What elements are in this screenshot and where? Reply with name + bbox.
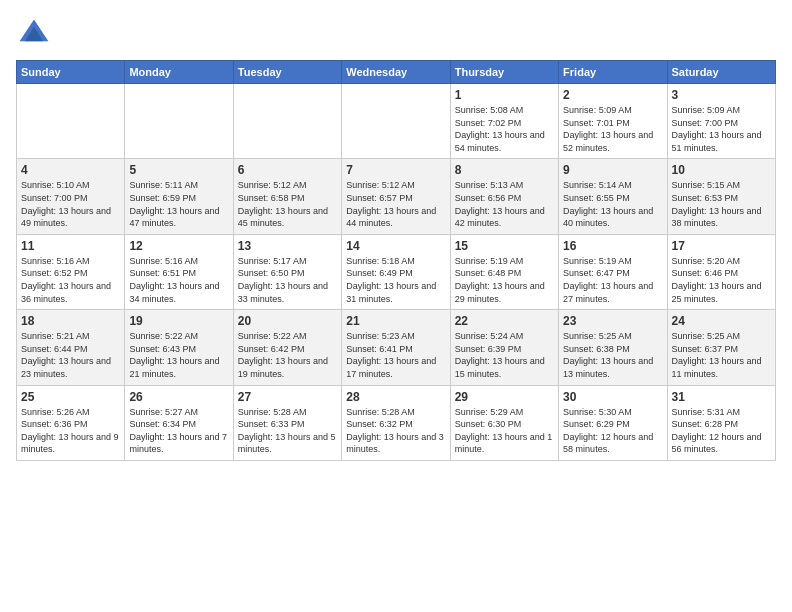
calendar-cell: 28Sunrise: 5:28 AM Sunset: 6:32 PM Dayli… <box>342 385 450 460</box>
day-info: Sunrise: 5:09 AM Sunset: 7:01 PM Dayligh… <box>563 104 662 154</box>
day-info: Sunrise: 5:17 AM Sunset: 6:50 PM Dayligh… <box>238 255 337 305</box>
calendar-cell: 22Sunrise: 5:24 AM Sunset: 6:39 PM Dayli… <box>450 310 558 385</box>
calendar-cell <box>17 84 125 159</box>
day-number: 8 <box>455 163 554 177</box>
logo-icon <box>16 16 52 52</box>
calendar-week-3: 11Sunrise: 5:16 AM Sunset: 6:52 PM Dayli… <box>17 234 776 309</box>
day-number: 7 <box>346 163 445 177</box>
calendar-cell: 24Sunrise: 5:25 AM Sunset: 6:37 PM Dayli… <box>667 310 775 385</box>
day-info: Sunrise: 5:15 AM Sunset: 6:53 PM Dayligh… <box>672 179 771 229</box>
calendar-cell: 18Sunrise: 5:21 AM Sunset: 6:44 PM Dayli… <box>17 310 125 385</box>
calendar-week-2: 4Sunrise: 5:10 AM Sunset: 7:00 PM Daylig… <box>17 159 776 234</box>
day-info: Sunrise: 5:30 AM Sunset: 6:29 PM Dayligh… <box>563 406 662 456</box>
calendar-cell: 4Sunrise: 5:10 AM Sunset: 7:00 PM Daylig… <box>17 159 125 234</box>
calendar-week-1: 1Sunrise: 5:08 AM Sunset: 7:02 PM Daylig… <box>17 84 776 159</box>
day-info: Sunrise: 5:28 AM Sunset: 6:33 PM Dayligh… <box>238 406 337 456</box>
day-number: 31 <box>672 390 771 404</box>
day-header-tuesday: Tuesday <box>233 61 341 84</box>
calendar-cell: 31Sunrise: 5:31 AM Sunset: 6:28 PM Dayli… <box>667 385 775 460</box>
day-info: Sunrise: 5:19 AM Sunset: 6:47 PM Dayligh… <box>563 255 662 305</box>
day-number: 3 <box>672 88 771 102</box>
day-info: Sunrise: 5:09 AM Sunset: 7:00 PM Dayligh… <box>672 104 771 154</box>
day-header-thursday: Thursday <box>450 61 558 84</box>
day-info: Sunrise: 5:18 AM Sunset: 6:49 PM Dayligh… <box>346 255 445 305</box>
calendar-cell: 30Sunrise: 5:30 AM Sunset: 6:29 PM Dayli… <box>559 385 667 460</box>
day-number: 4 <box>21 163 120 177</box>
calendar-cell <box>125 84 233 159</box>
calendar-cell: 1Sunrise: 5:08 AM Sunset: 7:02 PM Daylig… <box>450 84 558 159</box>
day-info: Sunrise: 5:21 AM Sunset: 6:44 PM Dayligh… <box>21 330 120 380</box>
day-info: Sunrise: 5:22 AM Sunset: 6:43 PM Dayligh… <box>129 330 228 380</box>
calendar-cell: 27Sunrise: 5:28 AM Sunset: 6:33 PM Dayli… <box>233 385 341 460</box>
day-number: 18 <box>21 314 120 328</box>
day-info: Sunrise: 5:28 AM Sunset: 6:32 PM Dayligh… <box>346 406 445 456</box>
day-header-wednesday: Wednesday <box>342 61 450 84</box>
day-info: Sunrise: 5:13 AM Sunset: 6:56 PM Dayligh… <box>455 179 554 229</box>
day-number: 12 <box>129 239 228 253</box>
day-number: 26 <box>129 390 228 404</box>
day-info: Sunrise: 5:19 AM Sunset: 6:48 PM Dayligh… <box>455 255 554 305</box>
day-info: Sunrise: 5:25 AM Sunset: 6:37 PM Dayligh… <box>672 330 771 380</box>
day-number: 20 <box>238 314 337 328</box>
calendar-cell: 16Sunrise: 5:19 AM Sunset: 6:47 PM Dayli… <box>559 234 667 309</box>
day-number: 15 <box>455 239 554 253</box>
calendar-cell: 10Sunrise: 5:15 AM Sunset: 6:53 PM Dayli… <box>667 159 775 234</box>
day-number: 21 <box>346 314 445 328</box>
logo <box>16 16 56 52</box>
calendar-week-4: 18Sunrise: 5:21 AM Sunset: 6:44 PM Dayli… <box>17 310 776 385</box>
day-info: Sunrise: 5:10 AM Sunset: 7:00 PM Dayligh… <box>21 179 120 229</box>
day-number: 27 <box>238 390 337 404</box>
calendar-cell: 26Sunrise: 5:27 AM Sunset: 6:34 PM Dayli… <box>125 385 233 460</box>
day-info: Sunrise: 5:12 AM Sunset: 6:57 PM Dayligh… <box>346 179 445 229</box>
calendar-cell: 11Sunrise: 5:16 AM Sunset: 6:52 PM Dayli… <box>17 234 125 309</box>
day-info: Sunrise: 5:11 AM Sunset: 6:59 PM Dayligh… <box>129 179 228 229</box>
calendar-cell: 20Sunrise: 5:22 AM Sunset: 6:42 PM Dayli… <box>233 310 341 385</box>
day-info: Sunrise: 5:12 AM Sunset: 6:58 PM Dayligh… <box>238 179 337 229</box>
calendar-cell: 15Sunrise: 5:19 AM Sunset: 6:48 PM Dayli… <box>450 234 558 309</box>
calendar-cell <box>233 84 341 159</box>
calendar-cell: 5Sunrise: 5:11 AM Sunset: 6:59 PM Daylig… <box>125 159 233 234</box>
day-header-saturday: Saturday <box>667 61 775 84</box>
day-info: Sunrise: 5:16 AM Sunset: 6:52 PM Dayligh… <box>21 255 120 305</box>
day-info: Sunrise: 5:24 AM Sunset: 6:39 PM Dayligh… <box>455 330 554 380</box>
day-info: Sunrise: 5:23 AM Sunset: 6:41 PM Dayligh… <box>346 330 445 380</box>
day-info: Sunrise: 5:20 AM Sunset: 6:46 PM Dayligh… <box>672 255 771 305</box>
calendar-cell: 25Sunrise: 5:26 AM Sunset: 6:36 PM Dayli… <box>17 385 125 460</box>
day-number: 2 <box>563 88 662 102</box>
calendar-table: SundayMondayTuesdayWednesdayThursdayFrid… <box>16 60 776 461</box>
calendar-cell: 8Sunrise: 5:13 AM Sunset: 6:56 PM Daylig… <box>450 159 558 234</box>
day-number: 25 <box>21 390 120 404</box>
calendar-cell: 6Sunrise: 5:12 AM Sunset: 6:58 PM Daylig… <box>233 159 341 234</box>
calendar-cell: 3Sunrise: 5:09 AM Sunset: 7:00 PM Daylig… <box>667 84 775 159</box>
day-info: Sunrise: 5:22 AM Sunset: 6:42 PM Dayligh… <box>238 330 337 380</box>
day-header-friday: Friday <box>559 61 667 84</box>
calendar-cell: 29Sunrise: 5:29 AM Sunset: 6:30 PM Dayli… <box>450 385 558 460</box>
calendar-cell: 17Sunrise: 5:20 AM Sunset: 6:46 PM Dayli… <box>667 234 775 309</box>
day-header-sunday: Sunday <box>17 61 125 84</box>
day-info: Sunrise: 5:26 AM Sunset: 6:36 PM Dayligh… <box>21 406 120 456</box>
calendar-cell: 23Sunrise: 5:25 AM Sunset: 6:38 PM Dayli… <box>559 310 667 385</box>
day-number: 22 <box>455 314 554 328</box>
calendar-cell <box>342 84 450 159</box>
calendar-week-5: 25Sunrise: 5:26 AM Sunset: 6:36 PM Dayli… <box>17 385 776 460</box>
calendar-cell: 12Sunrise: 5:16 AM Sunset: 6:51 PM Dayli… <box>125 234 233 309</box>
day-number: 13 <box>238 239 337 253</box>
calendar-cell: 19Sunrise: 5:22 AM Sunset: 6:43 PM Dayli… <box>125 310 233 385</box>
day-number: 29 <box>455 390 554 404</box>
day-number: 9 <box>563 163 662 177</box>
calendar-cell: 21Sunrise: 5:23 AM Sunset: 6:41 PM Dayli… <box>342 310 450 385</box>
calendar-cell: 14Sunrise: 5:18 AM Sunset: 6:49 PM Dayli… <box>342 234 450 309</box>
day-number: 10 <box>672 163 771 177</box>
day-number: 28 <box>346 390 445 404</box>
day-info: Sunrise: 5:31 AM Sunset: 6:28 PM Dayligh… <box>672 406 771 456</box>
day-info: Sunrise: 5:08 AM Sunset: 7:02 PM Dayligh… <box>455 104 554 154</box>
day-info: Sunrise: 5:16 AM Sunset: 6:51 PM Dayligh… <box>129 255 228 305</box>
day-number: 24 <box>672 314 771 328</box>
header <box>16 16 776 52</box>
day-number: 16 <box>563 239 662 253</box>
day-number: 6 <box>238 163 337 177</box>
day-number: 1 <box>455 88 554 102</box>
day-number: 17 <box>672 239 771 253</box>
day-number: 23 <box>563 314 662 328</box>
calendar-cell: 7Sunrise: 5:12 AM Sunset: 6:57 PM Daylig… <box>342 159 450 234</box>
